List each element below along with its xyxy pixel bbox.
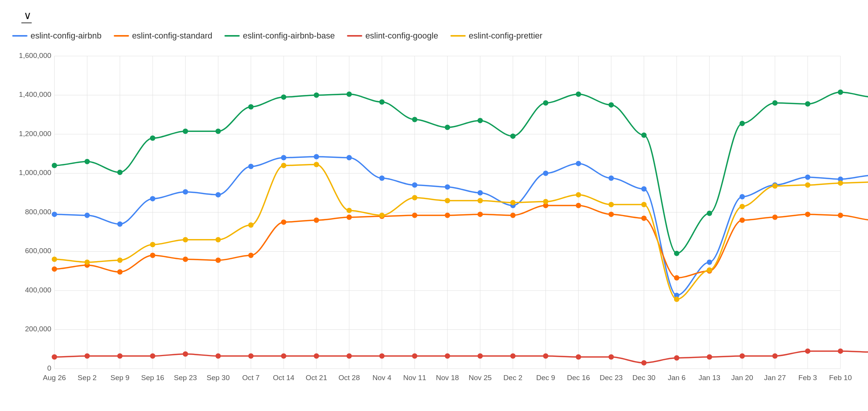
data-point-airbnb_base-16 xyxy=(576,92,581,97)
svg-text:600,000: 600,000 xyxy=(25,247,52,255)
data-point-airbnb_base-8 xyxy=(314,93,319,98)
data-point-airbnb_base-22 xyxy=(772,100,778,106)
data-point-prettier-24 xyxy=(838,180,843,186)
data-point-standard-16 xyxy=(576,203,581,208)
data-point-airbnb-17 xyxy=(608,175,614,181)
data-point-airbnb_base-10 xyxy=(379,99,385,104)
svg-text:1,400,000: 1,400,000 xyxy=(19,91,52,99)
data-point-standard-12 xyxy=(445,213,450,218)
legend-label-standard: eslint-config-standard xyxy=(132,31,212,41)
series-line-prettier xyxy=(55,164,868,299)
data-point-prettier-20 xyxy=(707,267,712,273)
data-point-google-6 xyxy=(248,353,253,359)
data-point-prettier-22 xyxy=(772,183,778,189)
data-point-prettier-10 xyxy=(379,213,385,218)
data-point-google-12 xyxy=(445,353,450,359)
svg-text:Sep 23: Sep 23 xyxy=(174,374,197,382)
page-header: ∨ xyxy=(12,9,856,23)
data-point-airbnb_base-19 xyxy=(674,251,679,256)
data-point-prettier-11 xyxy=(412,195,417,201)
svg-text:Aug 26: Aug 26 xyxy=(43,374,66,382)
data-point-prettier-18 xyxy=(641,202,647,207)
svg-text:Dec 16: Dec 16 xyxy=(567,374,590,382)
data-point-google-0 xyxy=(52,354,57,360)
data-point-airbnb-16 xyxy=(576,161,581,166)
data-point-prettier-13 xyxy=(478,198,483,203)
data-point-google-8 xyxy=(314,353,319,359)
data-point-prettier-17 xyxy=(608,202,614,207)
svg-text:Dec 9: Dec 9 xyxy=(536,374,555,382)
data-point-google-1 xyxy=(84,353,90,359)
svg-text:Dec 30: Dec 30 xyxy=(632,374,655,382)
data-point-google-7 xyxy=(281,353,286,359)
data-point-prettier-2 xyxy=(117,258,123,263)
svg-text:Jan 20: Jan 20 xyxy=(731,374,753,382)
data-point-airbnb_base-6 xyxy=(248,104,253,109)
legend-line-standard xyxy=(114,35,129,37)
data-point-airbnb-21 xyxy=(739,194,745,199)
svg-text:Dec 23: Dec 23 xyxy=(600,374,623,382)
data-point-prettier-9 xyxy=(347,208,352,213)
data-point-google-21 xyxy=(739,353,745,359)
data-point-airbnb-13 xyxy=(478,190,483,196)
series-line-standard xyxy=(55,206,868,278)
data-point-airbnb-2 xyxy=(117,222,123,227)
data-point-airbnb-11 xyxy=(412,182,417,188)
data-point-airbnb-23 xyxy=(805,175,810,180)
svg-text:Oct 14: Oct 14 xyxy=(273,374,295,382)
chart-legend: eslint-config-airbnbeslint-config-standa… xyxy=(12,31,856,41)
data-point-airbnb_base-12 xyxy=(445,125,450,130)
chart-container: 0200,000400,000600,000800,0001,000,0001,… xyxy=(12,48,856,393)
data-point-standard-7 xyxy=(281,220,286,225)
svg-text:Nov 11: Nov 11 xyxy=(403,374,426,382)
data-point-airbnb_base-20 xyxy=(707,211,712,216)
data-point-google-9 xyxy=(347,353,352,359)
svg-text:Jan 27: Jan 27 xyxy=(764,374,786,382)
data-point-airbnb_base-23 xyxy=(805,101,810,107)
legend-item-airbnb: eslint-config-airbnb xyxy=(12,31,102,41)
data-point-airbnb_base-9 xyxy=(347,92,352,97)
data-point-airbnb_base-15 xyxy=(543,100,549,106)
svg-text:Oct 21: Oct 21 xyxy=(306,374,327,382)
data-point-airbnb_base-13 xyxy=(478,118,483,123)
data-point-airbnb-3 xyxy=(150,196,155,201)
data-point-airbnb-15 xyxy=(543,171,549,176)
data-point-airbnb_base-0 xyxy=(52,163,57,168)
series-line-airbnb xyxy=(55,157,868,295)
data-point-airbnb-18 xyxy=(641,186,647,192)
data-point-airbnb_base-7 xyxy=(281,95,286,100)
data-point-standard-17 xyxy=(608,212,614,217)
data-point-google-23 xyxy=(805,348,810,354)
data-point-prettier-16 xyxy=(576,192,581,197)
legend-label-airbnb: eslint-config-airbnb xyxy=(31,31,102,41)
svg-text:Nov 25: Nov 25 xyxy=(469,374,492,382)
data-point-standard-24 xyxy=(838,213,843,218)
data-point-prettier-3 xyxy=(150,242,155,247)
data-point-prettier-0 xyxy=(52,257,57,262)
data-point-prettier-8 xyxy=(314,162,319,167)
data-point-airbnb-4 xyxy=(183,189,188,194)
svg-text:Oct 7: Oct 7 xyxy=(242,374,260,382)
svg-text:Sep 2: Sep 2 xyxy=(77,374,97,382)
svg-text:Nov 4: Nov 4 xyxy=(373,374,392,382)
data-point-standard-19 xyxy=(674,275,679,281)
legend-item-google: eslint-config-google xyxy=(347,31,438,41)
data-point-airbnb-20 xyxy=(707,260,712,265)
legend-label-airbnb-base: eslint-config-airbnb-base xyxy=(243,31,335,41)
data-point-standard-9 xyxy=(347,215,352,220)
svg-text:Feb 3: Feb 3 xyxy=(799,374,817,382)
legend-line-prettier xyxy=(450,35,466,37)
data-point-airbnb_base-17 xyxy=(608,102,614,108)
data-point-prettier-23 xyxy=(805,182,810,188)
data-point-standard-0 xyxy=(52,267,57,272)
time-range-dropdown[interactable]: ∨ xyxy=(21,9,32,23)
data-point-airbnb-10 xyxy=(379,175,385,181)
data-point-standard-5 xyxy=(215,258,221,263)
data-point-google-4 xyxy=(183,352,188,357)
data-point-airbnb-1 xyxy=(84,213,90,218)
data-point-airbnb_base-4 xyxy=(183,128,188,134)
svg-text:Sep 16: Sep 16 xyxy=(141,374,164,382)
data-point-airbnb-0 xyxy=(52,212,57,217)
data-point-airbnb_base-24 xyxy=(838,90,843,95)
data-point-prettier-4 xyxy=(183,237,188,242)
